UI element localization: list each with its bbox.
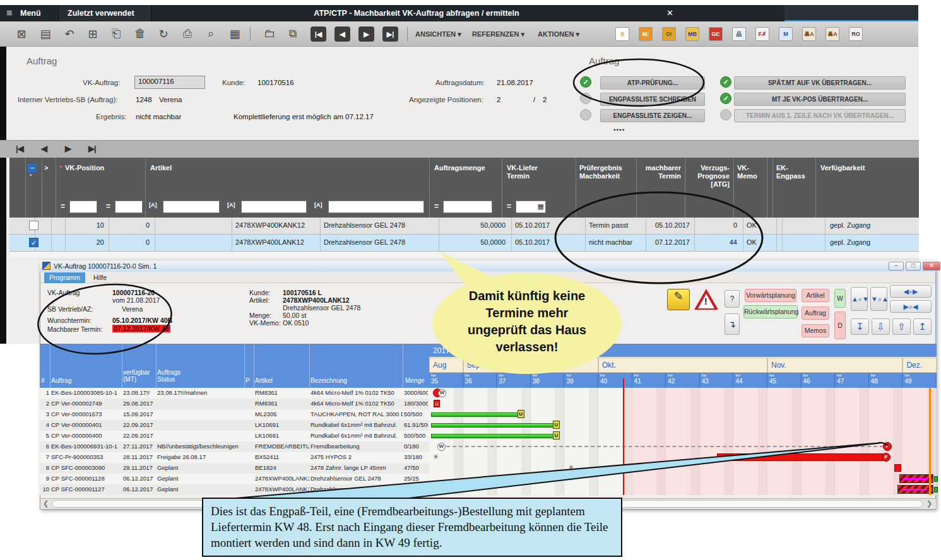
select-all-icon[interactable]: –: [28, 164, 37, 172]
sim-button-auftrag[interactable]: Auftrag: [802, 306, 829, 320]
prev-record-icon[interactable]: ◀: [41, 144, 47, 153]
zoom-nav-button[interactable]: ▶⌕◀: [890, 300, 932, 313]
sim-button-rückwärtsplanung[interactable]: Rückwärtsplanung: [743, 305, 798, 318]
gantt-table-row[interactable]: 1EK-Bes-100003085-10-123.08.17!!23.08.17…: [40, 388, 429, 399]
search-icon[interactable]: ⌕: [203, 27, 218, 40]
vk-auftrag-input[interactable]: 100007116: [134, 76, 205, 89]
filter-input[interactable]: [69, 201, 97, 213]
print-icon[interactable]: ⎙: [180, 27, 195, 40]
copy-record-icon[interactable]: ⎗: [109, 27, 124, 40]
icon-fx[interactable]: F✗: [755, 27, 769, 41]
sim-window-titlebar[interactable]: VK-Auftrag 100007116-20-0 Sim. 1 – □ ✕: [40, 260, 936, 272]
icon-m-doc[interactable]: M: [779, 27, 793, 41]
sim-button-memos[interactable]: Memos: [802, 324, 829, 337]
sim-button-artikel[interactable]: Artikel: [802, 289, 829, 302]
gantt-table-row[interactable]: 4CP Ver-00000040122.09.2017LK10691Rundka…: [40, 420, 429, 431]
filter-input[interactable]: [241, 201, 307, 213]
sim-button-d[interactable]: D: [834, 312, 846, 339]
scroll-nav-button[interactable]: ⇧: [892, 318, 911, 335]
icon-ge[interactable]: GE: [709, 27, 723, 41]
return-button[interactable]: ↴: [725, 313, 740, 335]
scroll-nav-button[interactable]: ⇩: [872, 318, 890, 335]
action-button[interactable]: ENGPASSLISTE ZEIGEN...: [600, 109, 705, 122]
maximize-button[interactable]: □: [906, 262, 921, 271]
icon-report-a1[interactable]: 🖶A: [802, 27, 816, 41]
header-separator: [815, 158, 816, 218]
gantt-table-row[interactable]: 6EK-Bes-100006931-10-127.11.2017NB//unbe…: [40, 441, 429, 452]
row-checkbox[interactable]: [29, 221, 38, 230]
scroll-nav-button[interactable]: ↥: [913, 318, 932, 335]
action-button[interactable]: ATP-PRÜFUNG...: [600, 76, 705, 90]
row-checkbox[interactable]: ✓: [29, 238, 38, 247]
calculator-icon[interactable]: ▦: [227, 27, 242, 41]
last-record-icon[interactable]: ▶|: [382, 26, 398, 42]
icon-report-a2[interactable]: 🖶A: [826, 27, 839, 41]
filter-input[interactable]: [443, 201, 492, 213]
icon-mb[interactable]: MB: [685, 27, 699, 41]
gantt-table-row[interactable]: 3CP Ver-00000167315.09.2017ML2305TAUCHKA…: [40, 409, 429, 420]
col-header: VK- Memo: [737, 164, 765, 180]
icon-0[interactable]: 0: [615, 27, 629, 41]
toolbar-menu-referenzen[interactable]: REFERENZEN ▾: [472, 30, 524, 38]
scroll-right-icon[interactable]: ❯: [926, 499, 932, 508]
scroll-nav-button[interactable]: ↧: [851, 318, 869, 335]
close-button[interactable]: ✕: [923, 262, 940, 271]
filter-input[interactable]: [163, 201, 220, 213]
help-button[interactable]: ?: [725, 290, 740, 308]
icon-org[interactable]: 品: [732, 27, 746, 41]
menu-programm[interactable]: Programm: [44, 272, 85, 283]
scroll-left-icon[interactable]: ❮: [43, 499, 49, 508]
table-row[interactable]: 1002478XWP400KANK12Drehzahlsensor GEL 24…: [9, 218, 919, 235]
first-record-icon[interactable]: |◀: [16, 144, 23, 153]
more-actions-button[interactable]: ▪▪▪▪: [613, 126, 625, 133]
icon-d[interactable]: D!: [662, 27, 676, 41]
first-record-icon[interactable]: |◀: [311, 26, 326, 42]
undo-icon[interactable]: ↶: [62, 27, 77, 41]
last-record-icon[interactable]: ▶|: [88, 144, 96, 153]
gantt-cell: 10: [41, 486, 49, 493]
table-row[interactable]: ✓2002478XWP400LANK12Drehzahlsensor GEL 2…: [9, 235, 919, 252]
gantt-table-row[interactable]: 8CP SFC-00000309029.11.2017GeplantBE1824…: [40, 463, 429, 474]
filter-input[interactable]: ▦: [516, 201, 546, 213]
gantt-table-row[interactable]: 10CP SFC-00000112706.12.2017Geplant2478X…: [40, 484, 429, 495]
new-record-icon[interactable]: ⊞: [85, 27, 100, 41]
gantt-table-row[interactable]: 2CP Ver-00000274929.08.2017RM83614k64 Mi…: [40, 399, 429, 409]
folder-add-icon[interactable]: 🗀: [262, 27, 277, 40]
gantt-table-row[interactable]: 9CP SFC-00000112806.12.2017Geplant2478XW…: [40, 474, 429, 484]
action-button[interactable]: SPÄT.MT AUF VK ÜBERTRAGEN...: [734, 76, 906, 90]
sim-button-w[interactable]: W: [834, 289, 846, 308]
select-all-caret-icon[interactable]: ▾: [30, 173, 32, 178]
recent-tab[interactable]: Zuletzt verwendet: [58, 5, 151, 21]
col-header: Auftragsmenge: [434, 164, 497, 172]
header-separator: [636, 158, 637, 218]
save-icon[interactable]: ▤: [38, 27, 53, 41]
sim-button-vorwärtsplanung[interactable]: Vorwärtsplanung: [745, 289, 796, 302]
icon-ro[interactable]: RO: [849, 27, 863, 41]
toolbar-menu-aktionen[interactable]: AKTIONEN ▾: [538, 30, 579, 38]
icon-m-orange[interactable]: M:: [639, 27, 653, 41]
toolbar-menu-ansichten[interactable]: ANSICHTEN ▾: [415, 30, 461, 38]
prev-record-icon[interactable]: ◀: [334, 26, 350, 42]
action-button[interactable]: MT JE VK-POS ÜBERTRAGEN...: [734, 93, 906, 106]
zoom-nav-button[interactable]: ▲⌕▼: [851, 287, 868, 311]
gantt-table-row[interactable]: 7SFC-Pr-90000035328.11.2017Freigabe 26.0…: [40, 452, 429, 463]
menu-hilfe[interactable]: Hilfe: [88, 272, 112, 283]
zoom-nav-button[interactable]: ▼⌕▲: [870, 287, 887, 311]
zoom-nav-button[interactable]: ◀⌕▶: [890, 285, 932, 298]
filter-operator: =: [106, 202, 110, 211]
delete-icon[interactable]: 🗑: [133, 27, 148, 40]
calendar-icon[interactable]: ▦: [538, 202, 544, 211]
minimize-button[interactable]: –: [889, 262, 904, 271]
discard-record-icon[interactable]: ⊠: [14, 27, 29, 41]
edit-note-button[interactable]: ✎: [667, 289, 690, 310]
next-record-icon[interactable]: ▶: [358, 26, 374, 42]
gantt-red-block: U: [434, 400, 440, 407]
action-button[interactable]: ENGPASSLISTE SCHREIBEN: [600, 93, 705, 106]
refresh-icon[interactable]: ↻: [156, 27, 171, 41]
next-record-icon[interactable]: ▶: [65, 144, 71, 153]
copy-icon[interactable]: ⧉: [285, 27, 300, 40]
filter-input[interactable]: [328, 201, 424, 213]
filter-input[interactable]: [115, 201, 143, 213]
gantt-cell: CP Ver-000001673: [51, 411, 123, 417]
gantt-table-row[interactable]: 5CP Ver-00000040022.09.2017LK10691Rundka…: [40, 431, 429, 441]
